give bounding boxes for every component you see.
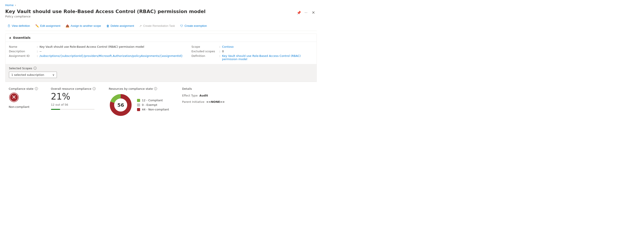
donut-center-label: 56 <box>118 102 124 108</box>
close-button[interactable]: ✕ <box>310 9 317 16</box>
resources-by-state-title: Resources by compliance state i <box>109 87 169 90</box>
exempt-swatch <box>137 104 140 106</box>
essentials-scope-row: Scope : Contoso <box>192 44 313 49</box>
compliance-state-info-icon: i <box>35 87 38 90</box>
legend-compliant: 12 - Compliant <box>137 99 169 102</box>
remediation-icon: ↗ <box>139 24 142 28</box>
essentials-definition-row: Definition : Key Vault should use Role-B… <box>192 54 313 62</box>
metrics-container: Compliance state i ✕ Non-compliant Overa… <box>5 82 317 122</box>
dropdown-chevron-icon: ∨ <box>52 73 54 76</box>
view-definition-icon: 🗒 <box>8 24 10 28</box>
breadcrumb: Home › <box>5 4 317 7</box>
breadcrumb-separator: › <box>15 4 16 7</box>
scopes-bar: Selected Scopes i 1 selected subscriptio… <box>6 64 316 82</box>
compliance-state-title: Compliance state i <box>9 87 38 90</box>
overall-compliance-block: Overall resource compliance i 21% 12 out… <box>51 87 96 110</box>
compliance-progress-bar <box>51 109 94 110</box>
edit-assignment-button[interactable]: ✏️ Edit assignment <box>33 23 63 29</box>
assign-scope-icon: 📤 <box>66 24 69 28</box>
exempt-label: 0 - Exempt <box>142 103 157 106</box>
effect-type-row: Effect Type Audit <box>182 94 225 97</box>
page-subtitle: Policy compliance <box>5 15 206 18</box>
exemption-icon: 🛡 <box>180 24 183 28</box>
details-title: Details <box>182 87 225 90</box>
compliance-state-label: Non-compliant <box>9 105 38 108</box>
delete-assignment-button[interactable]: 🗑 Delete assignment <box>104 23 136 29</box>
create-remediation-task-button[interactable]: ↗ Create Remediation Task <box>137 23 177 29</box>
scopes-label: Selected Scopes i <box>9 67 313 70</box>
noncompliant-swatch <box>137 108 140 111</box>
essentials-collapse-icon: ∧ <box>9 36 11 40</box>
view-definition-button[interactable]: 🗒 View definition <box>5 23 32 29</box>
non-compliant-icon: ✕ <box>9 92 19 102</box>
legend-exempt: 0 - Exempt <box>137 103 169 106</box>
page-title: Key Vault should use Role-Based Access C… <box>5 8 206 15</box>
essentials-excluded-scopes-row: Excluded scopes : 0 <box>192 49 313 54</box>
legend-noncompliant: 44 - Non-compliant <box>137 108 169 111</box>
essentials-header[interactable]: ∧ Essentials <box>6 34 316 42</box>
parent-initiative-row: Parent Initiative <<NONE>> <box>182 100 225 104</box>
essentials-body: Name : Key Vault should use Role-Based A… <box>6 42 316 64</box>
overall-compliance-title: Overall resource compliance i <box>51 87 96 90</box>
resources-chart-info-icon: i <box>154 87 157 90</box>
compliant-label: 12 - Compliant <box>142 99 163 102</box>
scopes-info-icon: i <box>34 67 36 70</box>
essentials-section: ∧ Essentials Name : Key Vault should use… <box>5 34 317 82</box>
compliant-swatch <box>137 99 140 102</box>
essentials-name-row: Name : Key Vault should use Role-Based A… <box>9 44 183 49</box>
overall-compliance-info-icon: i <box>92 87 96 90</box>
essentials-assignment-id-row: Assignment ID : /subscriptions/{subscrip… <box>9 54 183 58</box>
assign-to-another-scope-button[interactable]: 📤 Assign to another scope <box>64 23 103 29</box>
edit-assignment-icon: ✏️ <box>35 24 39 28</box>
svg-text:✕: ✕ <box>12 94 16 100</box>
pin-button[interactable]: 📌 <box>296 10 302 16</box>
donut-chart: 56 <box>109 93 133 117</box>
compliance-state-block: Compliance state i ✕ Non-compliant <box>9 87 38 108</box>
overall-compliance-sub: 12 out of 56 <box>51 103 96 106</box>
resources-by-state-block: Resources by compliance state i <box>109 87 169 117</box>
details-block: Details Effect Type Audit Parent Initiat… <box>182 87 225 105</box>
compliance-progress-fill <box>51 109 60 110</box>
overall-compliance-pct: 21% <box>51 92 96 101</box>
noncompliant-label: 44 - Non-compliant <box>142 108 169 111</box>
essentials-description-row: Description : -- <box>9 49 183 54</box>
more-options-button[interactable]: ··· <box>304 10 308 16</box>
scope-dropdown[interactable]: 1 selected subscription ∨ <box>9 72 57 78</box>
create-exemption-button[interactable]: 🛡 Create exemption <box>178 23 209 29</box>
toolbar: 🗒 View definition ✏️ Edit assignment 📤 A… <box>5 21 317 31</box>
breadcrumb-home[interactable]: Home <box>5 4 14 7</box>
legend-items: 12 - Compliant 0 - Exempt 44 - Non-compl… <box>137 99 169 111</box>
delete-assignment-icon: 🗑 <box>106 24 109 28</box>
